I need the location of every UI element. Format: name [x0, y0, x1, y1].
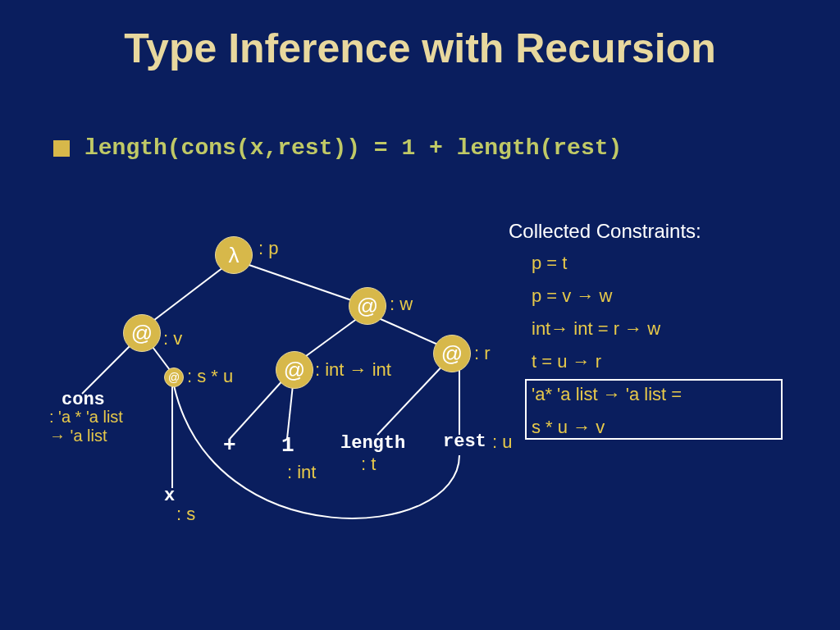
- node-app-intint: @: [276, 351, 313, 389]
- node-app-w: @: [349, 287, 386, 325]
- constraint-highlight-box: [525, 379, 783, 440]
- svg-line-1: [242, 262, 361, 304]
- node-app-r: @: [433, 335, 471, 372]
- node-lambda-type: : p: [258, 238, 278, 259]
- constraint-item: int→ int = r → w: [532, 318, 682, 340]
- node-app-su: @: [164, 368, 184, 387]
- leaf-x-type: : s: [176, 504, 195, 525]
- leaf-length-type: : t: [361, 454, 376, 475]
- node-app-w-label: @: [357, 294, 378, 319]
- node-app-intint-label: @: [284, 358, 305, 383]
- constraint-item: p = t: [532, 253, 682, 274]
- constraint-item: t = u → r: [532, 351, 682, 372]
- node-app-r-label: @: [441, 341, 463, 367]
- leaf-plus: +: [223, 433, 236, 458]
- constraint-item: p = v → w: [532, 285, 682, 307]
- leaf-cons-type1: : 'a * 'a list: [49, 408, 123, 427]
- constraints-title: Collected Constraints:: [509, 220, 701, 243]
- node-app-intint-type: : int → int: [315, 359, 391, 381]
- leaf-rest: rest: [443, 431, 486, 452]
- node-app-su-label: @: [168, 371, 180, 384]
- node-app-w-type: : w: [390, 294, 413, 315]
- leaf-one: 1: [281, 433, 294, 458]
- leaf-cons-type2: → 'a list: [49, 427, 107, 445]
- node-app-v-label: @: [131, 321, 153, 346]
- node-lambda-label: λ: [229, 243, 240, 268]
- diagram-stage: λ : p @ : v @ : w @ : r @ : s * u @ : in…: [0, 0, 840, 630]
- node-app-su-type: : s * u: [187, 366, 233, 387]
- node-app-r-type: : r: [474, 343, 491, 364]
- svg-line-0: [144, 262, 230, 328]
- leaf-one-type: : int: [287, 462, 316, 483]
- node-app-v-type: : v: [163, 328, 182, 349]
- node-app-v: @: [123, 314, 161, 352]
- svg-line-7: [230, 377, 285, 439]
- leaf-x: x: [164, 486, 175, 506]
- tree-edges: [0, 0, 840, 630]
- node-lambda: λ: [215, 236, 253, 274]
- leaf-rest-type: : u: [492, 431, 512, 453]
- leaf-length: length: [340, 433, 405, 454]
- svg-line-2: [82, 340, 135, 394]
